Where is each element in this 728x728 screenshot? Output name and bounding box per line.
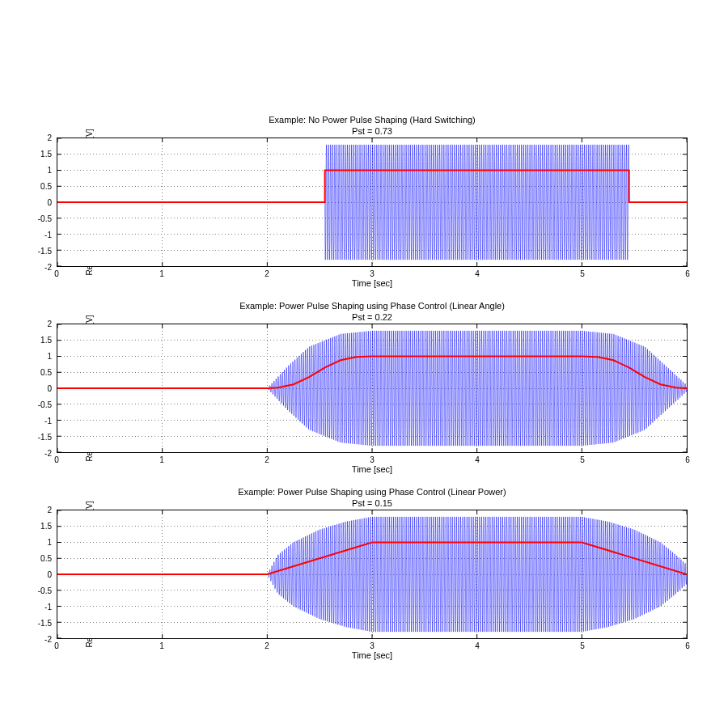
plot-svg	[57, 138, 687, 266]
x-tick-label: 6	[685, 641, 690, 650]
x-tick-label: 3	[370, 641, 375, 650]
subplot-title: Example: No Power Pulse Shaping (Hard Sw…	[57, 115, 688, 138]
y-tick-label: 1.5	[40, 150, 52, 159]
x-tick-label: 0	[54, 269, 59, 278]
y-tick-label: 0	[47, 384, 52, 393]
axes-box	[57, 138, 688, 267]
y-tick-label: -2	[44, 449, 52, 458]
x-tick-label: 1	[159, 641, 164, 650]
y-tick-label: -1	[44, 603, 52, 612]
x-tick-label: 5	[580, 269, 585, 278]
y-tick-label: 1	[47, 352, 52, 361]
subplot-2: Example: Power Pulse Shaping using Phase…	[57, 324, 688, 453]
x-axis-label: Time [sec]	[57, 650, 688, 660]
x-tick-label: 2	[265, 455, 269, 464]
y-tick-label: -1.5	[38, 433, 52, 442]
x-tick-label: 1	[159, 269, 164, 278]
y-tick-label: -1	[44, 231, 52, 239]
y-tick-label: 2	[47, 320, 52, 328]
y-tick-label: 1.5	[40, 522, 52, 531]
y-tick-label: -1.5	[38, 247, 52, 256]
x-tick-label: 0	[54, 641, 59, 650]
y-tick-label: 0.5	[40, 368, 52, 377]
y-tick-label: 0	[47, 198, 52, 207]
x-tick-label: 6	[685, 269, 690, 278]
plot-svg	[57, 324, 687, 452]
y-tick-label: 1	[47, 538, 52, 547]
x-tick-label: 2	[265, 269, 269, 278]
x-tick-label: 3	[370, 455, 375, 464]
x-tick-label: 0	[54, 455, 59, 464]
y-tick-label: 1.5	[40, 336, 52, 345]
y-tick-label: -2	[44, 263, 52, 272]
subplot-title: Example: Power Pulse Shaping using Phase…	[57, 301, 688, 324]
y-tick-label: 0.5	[40, 554, 52, 563]
axes-box	[57, 510, 688, 639]
x-tick-label: 4	[475, 455, 480, 464]
y-tick-label: 2	[47, 506, 52, 514]
subplot-title: Example: Power Pulse Shaping using Phase…	[57, 487, 688, 510]
y-tick-label: 1	[47, 166, 52, 175]
y-tick-label: -0.5	[38, 586, 52, 595]
x-tick-label: 5	[580, 455, 585, 464]
matlab-figure: Example: No Power Pulse Shaping (Hard Sw…	[0, 0, 728, 728]
y-tick-label: -1	[44, 417, 52, 425]
x-tick-label: 3	[370, 269, 375, 278]
x-axis-label: Time [sec]	[57, 464, 688, 474]
y-tick-label: 2	[47, 133, 52, 142]
y-tick-label: -1.5	[38, 619, 52, 628]
x-tick-label: 4	[475, 641, 480, 650]
x-tick-label: 1	[159, 455, 164, 464]
subplot-3: Example: Power Pulse Shaping using Phase…	[57, 510, 688, 639]
y-tick-label: 0	[47, 570, 52, 579]
y-tick-label: 0.5	[40, 182, 52, 191]
x-axis-label: Time [sec]	[57, 278, 688, 288]
x-tick-label: 4	[475, 269, 480, 278]
y-tick-label: -0.5	[38, 214, 52, 223]
x-tick-label: 6	[685, 455, 690, 464]
axes-box	[57, 324, 688, 453]
x-tick-label: 5	[580, 641, 585, 650]
subplot-1: Example: No Power Pulse Shaping (Hard Sw…	[57, 138, 688, 267]
y-tick-label: -0.5	[38, 400, 52, 409]
x-tick-label: 2	[265, 641, 269, 650]
y-tick-label: -2	[44, 635, 52, 644]
plot-svg	[57, 510, 687, 638]
